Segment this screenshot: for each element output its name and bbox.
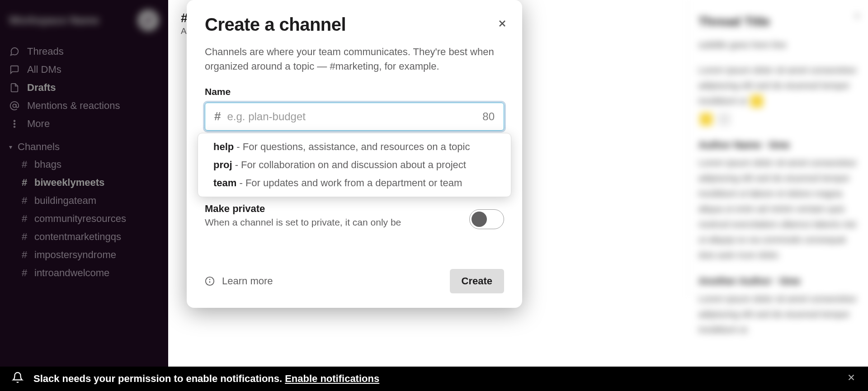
hash-icon: # bbox=[21, 195, 28, 207]
svg-point-1 bbox=[14, 120, 15, 122]
create-channel-modal: Create a channel Channels are where your… bbox=[187, 0, 522, 308]
sidebar-channel-contentmarketingqs[interactable]: #contentmarketingqs bbox=[0, 228, 168, 246]
hash-icon: # bbox=[21, 267, 28, 279]
nav-threads-label: Threads bbox=[27, 46, 64, 57]
make-private-subtitle: When a channel is set to private, it can… bbox=[205, 216, 460, 229]
right-panel-subtitle: subtitle goes here line bbox=[698, 37, 857, 52]
name-input-container[interactable]: # 80 help - For questions, assistance, a… bbox=[205, 103, 504, 131]
hash-icon: # bbox=[21, 249, 28, 261]
rp-text-1: Lorem ipsum dolor sit amet consectetur a… bbox=[698, 62, 857, 108]
channels-header-label: Channels bbox=[18, 141, 60, 153]
rp-text-3: Lorem ipsum dolor sit amet consectetur a… bbox=[698, 291, 857, 337]
sidebar-channel-impostersyndrome[interactable]: #impostersyndrome bbox=[0, 246, 168, 264]
compose-icon bbox=[143, 15, 154, 26]
modal-title: Create a channel bbox=[205, 14, 504, 35]
rp-author-2: Another Author · time bbox=[698, 273, 857, 289]
sidebar-channel-biweeklymeets[interactable]: #biweeklymeets bbox=[0, 174, 168, 192]
suggestion-desc: - For questions, assistance, and resourc… bbox=[234, 141, 470, 152]
nav-all-dms-label: All DMs bbox=[27, 64, 61, 75]
nav-section: Threads All DMs Drafts Mentions & reacti… bbox=[0, 41, 168, 137]
nav-mentions[interactable]: Mentions & reactions bbox=[0, 97, 168, 115]
more-icon bbox=[9, 118, 20, 129]
svg-point-3 bbox=[14, 126, 15, 127]
channel-label: biweeklymeets bbox=[34, 177, 104, 188]
hash-icon: # bbox=[21, 231, 28, 243]
channel-label: impostersyndrome bbox=[34, 249, 116, 261]
sidebar-channel-introandwelcome[interactable]: #introandwelcome bbox=[0, 264, 168, 282]
modal-close-button[interactable] bbox=[495, 16, 509, 31]
info-icon bbox=[205, 276, 215, 286]
compose-button[interactable] bbox=[137, 9, 159, 31]
name-field-label: Name bbox=[205, 86, 504, 97]
suggestion-key: help bbox=[213, 141, 234, 152]
suggestion-key: proj bbox=[213, 159, 232, 170]
close-icon bbox=[497, 18, 508, 29]
channel-label: buildingateam bbox=[34, 195, 96, 207]
suggestion-proj[interactable]: proj - For collaboration on and discussi… bbox=[198, 156, 511, 174]
notification-bar: Slack needs your permission to enable no… bbox=[0, 367, 868, 391]
emoji-icon bbox=[750, 95, 763, 108]
drafts-icon bbox=[9, 82, 20, 93]
learn-more-link[interactable]: Learn more bbox=[205, 275, 273, 287]
hash-icon: # bbox=[21, 177, 28, 188]
right-panel: × Thread Title subtitle goes here line L… bbox=[687, 0, 868, 297]
name-char-counter: 80 bbox=[482, 110, 495, 123]
rp-author-1: Author Name · time bbox=[698, 137, 857, 153]
suggestion-desc: - For collaboration on and discussion ab… bbox=[232, 159, 466, 170]
hash-icon: # bbox=[21, 159, 28, 170]
suggestion-team[interactable]: team - For updates and work from a depar… bbox=[198, 174, 511, 192]
workspace-header[interactable]: Workspace Name bbox=[0, 0, 168, 41]
channel-label: contentmarketingqs bbox=[34, 231, 121, 243]
nav-all-dms[interactable]: All DMs bbox=[0, 61, 168, 79]
emoji-reaction-icon[interactable] bbox=[700, 113, 712, 126]
channel-label: bhags bbox=[34, 159, 61, 170]
sidebar-channel-bhags[interactable]: #bhags bbox=[0, 155, 168, 174]
make-private-row: Make private When a channel is set to pr… bbox=[205, 203, 504, 229]
hash-icon: # bbox=[214, 109, 221, 123]
enable-notifications-link[interactable]: Enable notifications bbox=[285, 373, 379, 385]
svg-point-2 bbox=[14, 123, 15, 125]
name-field: Name # 80 help - For questions, assistan… bbox=[205, 86, 504, 131]
channel-list: #bhags#biweeklymeets#buildingateam#commu… bbox=[0, 155, 168, 282]
hash-icon: # bbox=[21, 213, 28, 225]
nav-more-label: More bbox=[27, 118, 50, 130]
suggestion-desc: - For updates and work from a department… bbox=[236, 177, 462, 188]
caret-down-icon: ▾ bbox=[9, 143, 12, 151]
channel-label: communityresources bbox=[34, 213, 126, 225]
modal-footer: Learn more Create bbox=[187, 254, 522, 308]
nav-drafts-label: Drafts bbox=[27, 82, 56, 94]
notification-text: Slack needs your permission to enable no… bbox=[33, 373, 282, 385]
close-icon bbox=[846, 372, 856, 382]
rp-text-2: Lorem ipsum dolor sit amet consectetur a… bbox=[698, 155, 857, 263]
nav-more[interactable]: More bbox=[0, 115, 168, 133]
add-reaction-icon[interactable] bbox=[718, 113, 731, 126]
suggestion-help[interactable]: help - For questions, assistance, and re… bbox=[198, 138, 511, 156]
svg-point-0 bbox=[13, 104, 16, 107]
sidebar-channel-communityresources[interactable]: #communityresources bbox=[0, 210, 168, 228]
right-panel-title: Thread Title bbox=[698, 11, 857, 33]
make-private-title: Make private bbox=[205, 203, 460, 215]
channel-name-input[interactable] bbox=[227, 110, 477, 123]
name-suggestions-dropdown: help - For questions, assistance, and re… bbox=[198, 133, 511, 197]
toggle-knob bbox=[472, 212, 487, 227]
nav-drafts[interactable]: Drafts bbox=[0, 79, 168, 97]
sidebar-channel-buildingateam[interactable]: #buildingateam bbox=[0, 192, 168, 210]
dms-icon bbox=[9, 64, 20, 75]
workspace-name[interactable]: Workspace Name bbox=[9, 14, 137, 27]
threads-icon bbox=[9, 46, 20, 57]
modal-description: Channels are where your team communicate… bbox=[205, 45, 504, 74]
channels-section-header[interactable]: ▾ Channels bbox=[0, 137, 168, 155]
channel-label: introandwelcome bbox=[34, 267, 109, 279]
suggestion-key: team bbox=[213, 177, 236, 188]
make-private-toggle[interactable] bbox=[469, 209, 504, 229]
right-panel-close[interactable]: × bbox=[854, 8, 860, 24]
learn-more-label: Learn more bbox=[222, 275, 273, 287]
svg-point-6 bbox=[210, 279, 210, 279]
nav-mentions-label: Mentions & reactions bbox=[27, 100, 120, 112]
bell-icon bbox=[12, 372, 24, 386]
nav-threads[interactable]: Threads bbox=[0, 42, 168, 61]
notification-close-button[interactable] bbox=[846, 372, 856, 385]
mentions-icon bbox=[9, 100, 20, 111]
create-button[interactable]: Create bbox=[450, 269, 504, 293]
sidebar: Workspace Name Threads All DMs Drafts Me… bbox=[0, 0, 168, 391]
